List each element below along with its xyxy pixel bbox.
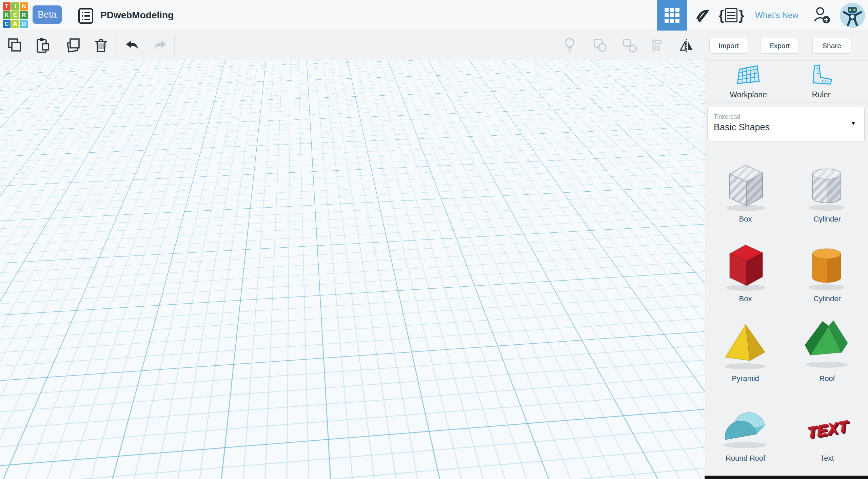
edge-handle-mid[interactable] [351,267,356,272]
logo-letter: E [11,11,19,19]
resize-handle-bottom-left[interactable] [188,357,193,362]
edit-toolbar: Import Export Share [0,31,868,61]
grid-icon [665,8,679,23]
show-all-button[interactable] [559,31,580,60]
export-button[interactable]: Export [760,38,799,54]
shape-label: Cylinder [813,215,841,224]
document-title[interactable]: PDwebModeling [100,0,174,31]
zoom-out-button[interactable] [2,200,21,219]
view-cube[interactable]: TOP FRONT [19,74,58,119]
length-slider[interactable] [595,214,648,215]
fit-view-button[interactable] [2,150,21,169]
edge-handle-bottom[interactable] [351,356,356,361]
shape-gallery: Box Cylinder [705,149,868,467]
paste-button[interactable] [32,31,54,60]
tinkercad-logo[interactable]: T I N K E R C A D [3,2,28,28]
resize-handle-bottom-right[interactable] [514,357,519,362]
undo-button[interactable] [121,31,142,60]
slider-handle[interactable] [592,256,600,265]
align-button[interactable] [647,31,669,60]
slider-row-radius: Radius 0 [547,161,690,174]
rotate-handle-bottom[interactable] [341,375,362,381]
home-view-button[interactable] [2,126,21,145]
solid-label: Solid [562,133,603,142]
workplane-tool[interactable]: Workplane [721,64,775,99]
codeblocks-button[interactable]: {} [717,0,746,31]
dashboard-grid-button[interactable] [657,0,687,31]
logo-letter: A [11,20,19,28]
person-add-icon [813,6,831,24]
rotate-handle-right[interactable] [530,194,535,215]
steps-slider[interactable] [595,191,648,192]
slider-value: 20 [681,210,689,218]
ruler-tool[interactable]: Ruler [794,64,848,99]
sidebar-collapse-tab[interactable]: ❯ [696,253,705,282]
logo-letter: D [20,20,28,28]
panel-title: Shape [547,70,572,89]
redo-button[interactable] [150,31,172,60]
slider-handle[interactable] [592,210,600,219]
copy-button[interactable] [4,31,25,60]
slider-handle[interactable] [614,187,623,196]
rotate-handle-top[interactable] [340,157,362,162]
whats-new-link[interactable]: What's New [746,0,808,31]
slider-handle[interactable] [592,233,600,242]
delete-button[interactable] [90,31,112,60]
app-header: T I N K E R C A D Beta PDwebModeling [0,0,868,31]
shape-item-round-roof[interactable]: Round Roof [705,388,786,467]
lock-icon[interactable] [664,74,676,86]
undo-icon [123,38,140,53]
share-button[interactable]: Share [812,38,851,54]
hole-option[interactable] [636,100,668,133]
shape-label: Box [739,294,752,303]
solid-option[interactable] [566,100,598,133]
red-box-icon [720,235,771,292]
slider-row-length: Length 20 [547,207,690,221]
mirror-button[interactable] [676,31,697,60]
resize-handle-mid-right[interactable] [488,268,494,273]
slider-value: 20 [681,233,689,242]
duplicate-button[interactable] [62,31,83,60]
shape-label: Cylinder [813,294,841,303]
shape-item-text[interactable]: TEXT Text [786,388,868,467]
shape-panel-header[interactable]: Shape [541,70,695,90]
slider-label: Height [547,255,568,264]
group-button[interactable] [589,31,611,60]
minecraft-export-button[interactable] [687,0,717,31]
divider [702,34,702,57]
selected-shape[interactable] [153,175,546,360]
tinkercad-app: T I N K E R C A D Beta PDwebModeling [0,0,868,479]
beta-button[interactable]: Beta [33,5,62,24]
shape-item-cylinder[interactable]: Cylinder [786,228,868,308]
edge-handle-left[interactable] [201,309,206,314]
align-icon [650,37,666,54]
dimension-input[interactable]: 20.00 [384,258,419,272]
user-avatar[interactable] [840,3,865,28]
shape-item-hole-box[interactable]: Box [705,149,786,228]
ungroup-icon [622,37,638,54]
import-button[interactable]: Import [709,38,748,54]
shape-item-roof[interactable]: Roof [786,308,868,388]
shape-item-box[interactable]: Box [705,228,786,308]
logo-letter: N [20,2,28,11]
perspective-toggle-button[interactable] [2,226,21,245]
height-slider[interactable] [595,260,648,261]
visibility-bulb-icon[interactable] [682,73,690,86]
hole-cylinder-icon [802,155,853,212]
edit-grid-button[interactable]: Edit Grid [652,440,696,456]
ungroup-button[interactable] [619,31,640,60]
shape-item-hole-cylinder[interactable]: Cylinder [786,149,868,228]
slider-value: 20 [681,255,689,264]
properties-list-icon[interactable] [78,8,94,25]
radius-slider[interactable] [595,167,648,168]
slider-row-width: Width 20 [547,230,690,244]
edge-handle-right[interactable] [502,309,506,314]
shape-inspector-panel: Shape Solid Hole Radius 0 [541,70,695,275]
slider-handle[interactable] [592,164,600,172]
shape-library-dropdown[interactable]: Tinkercad Basic Shapes ▼ [707,107,865,141]
shape-item-pyramid[interactable]: Pyramid [705,308,786,388]
resize-handle-mid-left[interactable] [213,268,218,273]
width-slider[interactable] [595,237,648,238]
zoom-in-button[interactable] [2,175,21,194]
invite-user-button[interactable] [808,0,837,31]
